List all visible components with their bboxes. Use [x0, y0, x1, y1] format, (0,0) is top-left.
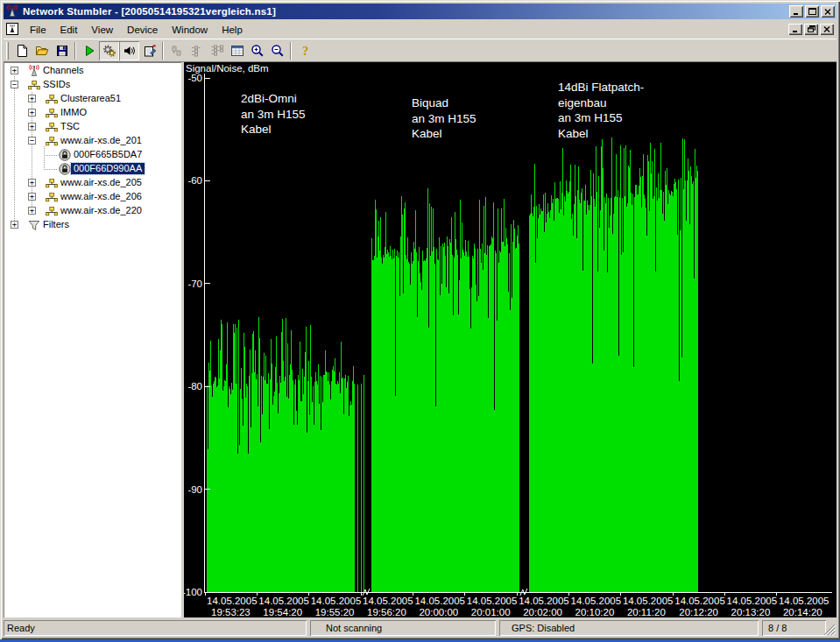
svg-text:20:11:20: 20:11:20: [627, 607, 666, 617]
tree-item-label: TSC: [58, 121, 82, 132]
toolbar-auto-reconfigure-gears-button[interactable]: [99, 41, 119, 60]
zoom-out-icon: [271, 44, 285, 58]
svg-text:14.05.2005: 14.05.2005: [258, 596, 309, 606]
minimize-button[interactable]: [789, 5, 803, 18]
signal-region: [207, 317, 364, 592]
tree-expander[interactable]: +: [28, 95, 36, 102]
tree-item-clusterarea51[interactable]: +Clusterarea51: [4, 92, 181, 106]
svg-text:-100: -100: [184, 587, 202, 597]
svg-text:20:10:20: 20:10:20: [575, 607, 615, 617]
tree-item-label: Channels: [40, 65, 86, 76]
lock-icon: [58, 162, 72, 176]
tree-expander[interactable]: +: [28, 123, 36, 131]
application-window: Network Stumbler - [20050514195321vergle…: [0, 0, 840, 639]
menu-item-view[interactable]: View: [84, 22, 120, 38]
mdi-minimize-button[interactable]: [788, 24, 802, 35]
tree-item-label: Filters: [40, 219, 72, 230]
svg-text:eigenbau: eigenbau: [558, 96, 607, 109]
toolbar-separator: [162, 42, 164, 60]
toolbar-zoom-in-button[interactable]: [247, 41, 267, 60]
menu-item-window[interactable]: Window: [165, 22, 215, 38]
axis-break-mark: [520, 589, 527, 596]
tree-expander[interactable]: +: [28, 193, 36, 201]
start-scan-icon: [82, 44, 96, 58]
svg-text:Kabel: Kabel: [412, 127, 442, 140]
resize-grip[interactable]: [824, 624, 836, 635]
svg-text:-50: -50: [187, 73, 202, 83]
menu-item-device[interactable]: Device: [120, 22, 165, 38]
toolbar-start-scan-button[interactable]: [79, 41, 99, 60]
toolbar-separator: [74, 42, 76, 60]
tree-expander[interactable]: +: [11, 67, 18, 74]
tree-expander[interactable]: +: [11, 221, 18, 229]
mdi-restore-button[interactable]: [804, 24, 818, 35]
toolbar-collapse-tree-button: [187, 41, 207, 60]
lock-icon: [58, 148, 72, 162]
svg-text:20:00:00: 20:00:00: [419, 607, 458, 617]
tree-expander[interactable]: −: [28, 137, 36, 145]
tree-item-label: IMMO: [58, 107, 89, 118]
tree-item-label: SSIDs: [40, 79, 73, 90]
auto-size-columns-icon: [170, 44, 184, 58]
svg-text:14.05.2005: 14.05.2005: [363, 596, 413, 606]
tree-expander[interactable]: +: [28, 207, 36, 215]
tree-item-000f66d990aa[interactable]: 000F66D990AA: [4, 162, 181, 176]
svg-text:14.05.2005: 14.05.2005: [311, 596, 362, 606]
ssid-icon: [27, 78, 41, 92]
svg-text:14.05.2005: 14.05.2005: [623, 596, 674, 606]
status-ap-count: 8 / 8: [762, 620, 826, 636]
tree-item-ssids[interactable]: −SSIDs: [4, 78, 181, 92]
toolbar-enable-sound-speaker-button[interactable]: [119, 41, 139, 60]
tree-item-www-air-xs-de-201[interactable]: −www.air-xs.de_201: [4, 134, 181, 148]
svg-text:20:01:00: 20:01:00: [471, 607, 511, 617]
toolbar-help-button[interactable]: ?: [294, 41, 314, 60]
tree-expander[interactable]: +: [28, 109, 36, 116]
signal-region: [529, 138, 698, 592]
svg-text:-60: -60: [187, 175, 202, 186]
svg-text:2dBi-Omni: 2dBi-Omni: [241, 92, 297, 105]
menu-item-file[interactable]: File: [23, 22, 53, 38]
window-title: Network Stumbler - [20050514195321vergle…: [23, 6, 276, 17]
menu-item-edit[interactable]: Edit: [53, 22, 85, 38]
svg-text:14.05.2005: 14.05.2005: [467, 596, 518, 606]
title-bar[interactable]: Network Stumbler - [20050514195321vergle…: [4, 4, 836, 19]
svg-text:14.05.2005: 14.05.2005: [727, 596, 778, 606]
toolbar-new-document-button[interactable]: [11, 41, 32, 60]
menu-item-help[interactable]: Help: [215, 22, 250, 38]
tree-expander[interactable]: +: [28, 179, 36, 187]
tree-item-channels[interactable]: +Channels: [4, 64, 181, 78]
svg-text:19:55:20: 19:55:20: [315, 607, 355, 617]
toolbar-options-properties-button[interactable]: [139, 41, 159, 60]
tree-expander[interactable]: −: [11, 81, 18, 88]
svg-text:14.05.2005: 14.05.2005: [414, 596, 465, 606]
network-tree-panel[interactable]: +Channels−SSIDs+Clusterarea51+IMMO+TSC−w…: [4, 62, 181, 619]
tree-item-www-air-xs-de-205[interactable]: +www.air-xs.de_205: [4, 176, 181, 190]
close-button[interactable]: [821, 5, 835, 18]
toolbar-details-view-button[interactable]: [227, 41, 247, 60]
toolbar-save-file-button[interactable]: [52, 41, 72, 60]
tree-item-immo[interactable]: +IMMO: [4, 106, 181, 120]
tree-item-label: 000F66D990AA: [71, 163, 145, 174]
toolbar-zoom-out-button[interactable]: [267, 41, 287, 60]
tree-item-filters[interactable]: +Filters: [4, 218, 181, 232]
details-view-icon: [230, 44, 244, 58]
toolbar-open-file-button[interactable]: [32, 41, 52, 60]
maximize-button[interactable]: [805, 5, 819, 18]
tree-item-000f665b5da7[interactable]: 000F665B5DA7: [4, 148, 181, 162]
toolbar-grip[interactable]: [6, 42, 9, 60]
tree-item-label: www.air-xs.de_220: [58, 205, 145, 216]
svg-text:Kabel: Kabel: [241, 123, 272, 136]
tree-item-www-air-xs-de-220[interactable]: +www.air-xs.de_220: [4, 204, 181, 218]
tree-item-label: www.air-xs.de_205: [58, 177, 145, 188]
mdi-close-button[interactable]: [820, 24, 834, 35]
svg-text:-80: -80: [187, 381, 202, 392]
collapse-tree-icon: [190, 44, 204, 58]
zoom-in-icon: [251, 44, 265, 58]
mdi-document-icon[interactable]: [5, 22, 19, 36]
signal-chart-area: Signal/Noise, dBm-50-60-70-80-90-10014.0…: [184, 62, 836, 619]
antenna-icon: [27, 64, 41, 78]
tree-item-www-air-xs-de-206[interactable]: +www.air-xs.de_206: [4, 190, 181, 204]
svg-text:Biquad: Biquad: [412, 96, 448, 109]
tree-item-tsc[interactable]: +TSC: [4, 120, 181, 134]
ssid-icon: [45, 176, 59, 190]
